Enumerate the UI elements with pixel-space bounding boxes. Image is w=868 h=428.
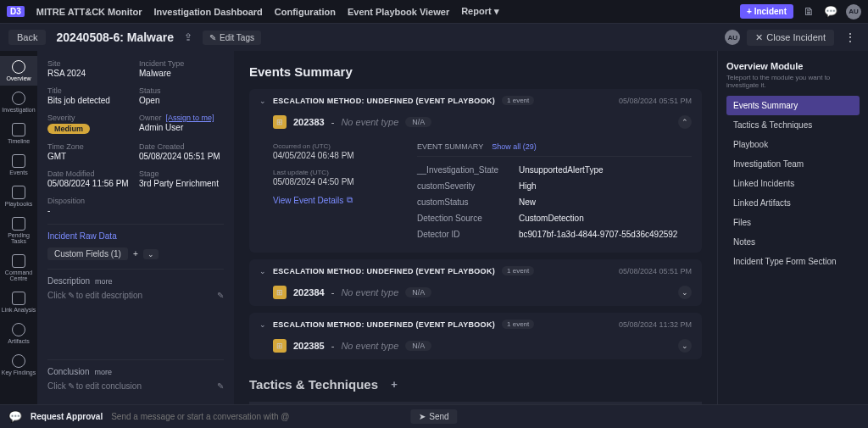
desc-more-link[interactable]: more: [95, 277, 113, 286]
module-notes[interactable]: Notes: [726, 232, 860, 252]
rail-playbooks[interactable]: Playbooks: [0, 181, 37, 211]
owner-label: Owner [Assign to me]: [139, 114, 224, 122]
module-subtitle: Teleport to the module you want to inves…: [726, 74, 860, 89]
nav-mitre[interactable]: MITRE ATT&CK Monitor: [36, 7, 142, 17]
pencil-icon: ✎: [68, 381, 75, 391]
edit-description-icon[interactable]: ✎: [217, 291, 224, 300]
event-header[interactable]: ⌄ ESCALATION METHOD: UNDEFINED (EVENT PL…: [249, 259, 702, 282]
user-avatar[interactable]: AU: [846, 4, 861, 19]
module-playbook[interactable]: Playbook: [726, 135, 860, 154]
events-icon: [12, 154, 25, 168]
collapse-icon[interactable]: ⌃: [678, 115, 692, 129]
share-icon[interactable]: ⇪: [184, 31, 192, 43]
add-tactic-button[interactable]: +: [387, 376, 402, 392]
rail-overview[interactable]: Overview: [0, 56, 37, 86]
event-count: 1 event: [502, 320, 534, 329]
rail-events[interactable]: Events: [0, 150, 37, 180]
details-panel: SiteRSA 2024 Incident TypeMalware TitleB…: [37, 51, 234, 404]
summary-val: High: [519, 181, 537, 191]
module-team[interactable]: Investigation Team: [726, 154, 860, 174]
occurred-value: 04/05/2024 06:48 PM: [273, 151, 400, 160]
event-time: 05/08/2024 05:51 PM: [619, 97, 692, 105]
back-button[interactable]: Back: [8, 30, 46, 45]
conc-more-link[interactable]: more: [94, 368, 112, 376]
summary-key: Detector ID: [417, 230, 519, 239]
main-content: Events Summary ⌄ ESCALATION METHOD: UNDE…: [234, 51, 717, 404]
module-tactics[interactable]: Tactics & Techniques: [726, 115, 860, 135]
rail-findings[interactable]: Key Findings: [0, 350, 37, 380]
description-placeholder[interactable]: Click ✎ to edit description: [47, 291, 224, 300]
na-pill: N/A: [405, 287, 431, 297]
close-incident-button[interactable]: ✕Close Incident: [747, 30, 834, 46]
new-incident-button[interactable]: + Incident: [740, 4, 793, 19]
nav-config[interactable]: Configuration: [275, 7, 336, 17]
assigned-avatar[interactable]: AU: [725, 30, 740, 45]
event-id[interactable]: 202383: [293, 117, 325, 127]
status-label: Status: [139, 86, 224, 95]
link-icon: [12, 292, 25, 305]
nav-playbook[interactable]: Event Playbook Viewer: [348, 7, 449, 17]
expand-icon[interactable]: ⌄: [678, 339, 692, 353]
chat-bubble-icon[interactable]: 💬: [8, 410, 22, 424]
summary-val: New: [519, 197, 536, 207]
edit-conclusion-icon[interactable]: ✎: [217, 381, 224, 391]
module-title: Overview Module: [726, 61, 860, 71]
left-rail: Overview Investigation Timeline Events P…: [0, 51, 37, 404]
custom-fields-chip[interactable]: Custom Fields (1): [47, 247, 128, 260]
site-value: RSA 2024: [47, 69, 132, 78]
disp-label: Disposition: [47, 197, 132, 205]
summary-key: Detection Source: [417, 214, 519, 223]
rail-timeline[interactable]: Timeline: [0, 119, 37, 148]
rail-command[interactable]: Command Centre: [0, 250, 37, 286]
event-title: ESCALATION METHOD: UNDEFINED (EVENT PLAY…: [273, 267, 495, 275]
investigation-icon: [12, 92, 25, 105]
nav-dashboard[interactable]: Investigation Dashboard: [153, 7, 262, 17]
rail-link[interactable]: Link Analysis: [0, 287, 37, 317]
updated-label: Last update (UTC): [273, 169, 400, 176]
show-all-link[interactable]: Show all (29): [492, 142, 537, 151]
event-header[interactable]: ⌄ ESCALATION METHOD: UNDEFINED (EVENT PL…: [249, 89, 702, 112]
expand-icon[interactable]: ⌄: [678, 286, 692, 299]
module-events-summary[interactable]: Events Summary: [726, 96, 860, 115]
updated-value: 05/08/2024 04:50 PM: [273, 177, 400, 186]
command-icon: [12, 254, 25, 268]
assign-link[interactable]: [Assign to me]: [166, 114, 214, 122]
timeline-icon: [12, 123, 25, 136]
summary-val: bc9017bf-1a3d-4844-9707-55d36c492592: [519, 230, 677, 239]
approval-label[interactable]: Request Approval: [31, 412, 103, 421]
event-type-icon: ⊞: [273, 286, 287, 299]
send-button[interactable]: ➤Send: [410, 409, 457, 424]
raw-data-link[interactable]: Incident Raw Data: [47, 231, 224, 241]
module-form[interactable]: Incident Type Form Section: [726, 252, 860, 271]
module-incidents[interactable]: Linked Incidents: [726, 174, 860, 193]
message-input[interactable]: [111, 412, 860, 421]
close-icon: ✕: [755, 32, 763, 43]
chevron-down-icon[interactable]: ⌄: [143, 249, 159, 259]
conclusion-placeholder[interactable]: Click ✎ to edit conclusion: [47, 381, 224, 391]
add-field-icon[interactable]: +: [133, 249, 138, 258]
title-bar: Back 20240508-6: Malware ⇪ ✎Edit Tags AU…: [0, 24, 868, 51]
rail-pending[interactable]: Pending Tasks: [0, 213, 37, 248]
summary-key: customSeverity: [417, 181, 519, 191]
doc-icon[interactable]: 🗎: [802, 5, 815, 19]
module-artifacts[interactable]: Linked Artifacts: [726, 193, 860, 213]
module-files[interactable]: Files: [726, 213, 860, 232]
view-event-details-link[interactable]: View Event Details⧉: [273, 195, 400, 205]
tactics-title: Tactics & Techniques: [249, 377, 378, 392]
owner-value: Admin User: [139, 123, 224, 132]
event-id[interactable]: 202384: [293, 287, 325, 297]
chat-icon[interactable]: 💬: [824, 5, 837, 19]
na-pill: N/A: [405, 117, 431, 127]
overview-icon: [12, 60, 25, 74]
severity-label: Severity: [47, 114, 132, 122]
event-id[interactable]: 202385: [293, 341, 325, 351]
edit-tags-button[interactable]: ✎Edit Tags: [203, 31, 261, 45]
event-time: 05/08/2024 11:32 PM: [619, 320, 692, 329]
rail-artifacts[interactable]: Artifacts: [0, 319, 37, 348]
more-menu-icon[interactable]: ⋮: [841, 31, 860, 44]
nav-report[interactable]: Report ▾: [461, 6, 499, 17]
rail-investigation[interactable]: Investigation: [0, 87, 37, 117]
event-header[interactable]: ⌄ ESCALATION METHOD: UNDEFINED (EVENT PL…: [249, 313, 702, 336]
summary-val: CustomDetection: [519, 214, 584, 223]
event-time: 05/08/2024 05:51 PM: [619, 267, 692, 275]
